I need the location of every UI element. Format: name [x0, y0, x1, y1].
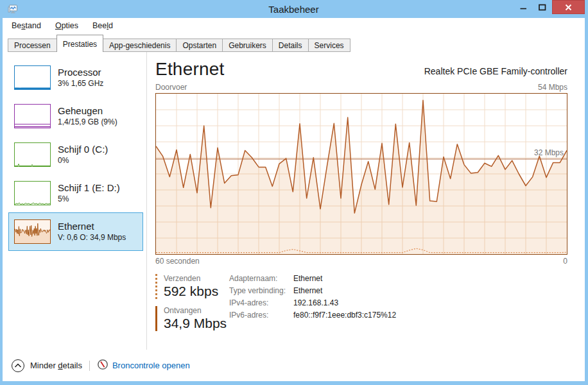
sidebar-item-subtitle: 3% 1,65 GHz: [58, 79, 103, 89]
geheugen-thumbnail-chart: [14, 104, 51, 128]
sidebar-item-geheugen[interactable]: Geheugen 1,4/15,9 GB (9%): [8, 97, 143, 135]
footer-separator: [89, 361, 90, 371]
task-manager-window: Taakbeheer Bestand Opties Be: [0, 0, 588, 385]
chart-midline-label: 32 Mbps: [534, 148, 564, 157]
tab-services[interactable]: Services: [308, 38, 350, 52]
maximize-icon: [539, 4, 546, 11]
resource-monitor-icon: [97, 359, 108, 373]
page-title: Ethernet: [155, 60, 224, 80]
sidebar-item-title: Ethernet: [58, 221, 126, 233]
footer-bar: Minder details Broncontrole openen: [3, 350, 585, 381]
sidebar-item-title: Schijf 0 (C:): [58, 144, 108, 156]
verzenden-value: 592 kbps: [164, 284, 229, 299]
ontvangen-value: 34,9 Mbps: [164, 316, 229, 331]
broncontrole-link[interactable]: Broncontrole openen: [97, 359, 190, 373]
sidebar-item-subtitle: 0%: [58, 156, 108, 166]
minimize-button[interactable]: [514, 0, 533, 14]
titlebar: Taakbeheer: [3, 0, 585, 18]
ethernet-thumbnail-chart: [14, 219, 51, 244]
sidebar-item-subtitle: 5%: [58, 194, 120, 205]
chart-max-label: 54 Mbps: [538, 83, 567, 92]
sidebar-item-title: Schijf 1 (E: D:): [58, 182, 120, 194]
maximize-button[interactable]: [533, 0, 552, 14]
tab-opstarten[interactable]: Opstarten: [176, 38, 223, 52]
minder-details-button[interactable]: Minder details: [12, 359, 82, 372]
menu-beeld[interactable]: Beeld: [92, 21, 113, 30]
window-title: Taakbeheer: [268, 4, 318, 15]
schijf1-thumbnail-chart: [14, 181, 51, 205]
body: Processor 3% 1,65 GHz Geheugen 1,4/15,9 …: [3, 52, 585, 350]
processor-thumbnail-chart: [14, 65, 51, 90]
throughput-chart: 32 Mbps: [155, 93, 567, 255]
chart-metric-label: Doorvoer: [155, 83, 187, 92]
sidebar-item-title: Geheugen: [58, 105, 117, 117]
performance-sidebar: Processor 3% 1,65 GHz Geheugen 1,4/15,9 …: [3, 52, 146, 350]
main-pane: Ethernet Realtek PCIe GBE Family-control…: [147, 52, 585, 350]
tab-app-geschiedenis[interactable]: App-geschiedenis: [103, 38, 177, 52]
adapter-name: Realtek PCIe GBE Family-controller: [424, 66, 567, 80]
minimize-icon: [520, 4, 527, 10]
menu-bestand[interactable]: Bestand: [12, 21, 41, 30]
adapter-details: Adapternaam: Ethernet Type verbinding: E…: [229, 274, 396, 338]
sidebar-item-processor[interactable]: Processor 3% 1,65 GHz: [8, 58, 143, 97]
menu-opties[interactable]: Opties: [55, 21, 78, 30]
app-icon: [8, 3, 19, 15]
chart-x-right-label: 0: [563, 257, 567, 266]
window-controls: [514, 0, 585, 14]
menu-bar: Bestand Opties Beeld: [3, 18, 585, 33]
tab-strip: Processen Prestaties App-geschiedenis Op…: [3, 33, 585, 52]
stat-ontvangen: Ontvangen 34,9 Mbps: [155, 306, 229, 331]
tab-gebruikers[interactable]: Gebruikers: [222, 38, 273, 52]
tab-processen[interactable]: Processen: [8, 38, 57, 52]
sidebar-item-ethernet[interactable]: Ethernet V: 0,6 O: 34,9 Mbps: [8, 212, 143, 251]
tab-details[interactable]: Details: [272, 38, 309, 52]
close-icon: [565, 4, 572, 11]
close-button[interactable]: [552, 0, 585, 14]
sidebar-item-schijf0[interactable]: Schijf 0 (C:) 0%: [8, 135, 143, 174]
tab-prestaties[interactable]: Prestaties: [56, 35, 103, 52]
sidebar-item-subtitle: V: 0,6 O: 34,9 Mbps: [58, 233, 126, 243]
schijf0-thumbnail-chart: [14, 142, 51, 167]
sidebar-item-schijf1[interactable]: Schijf 1 (E: D:) 5%: [8, 174, 143, 212]
chart-x-left-label: 60 seconden: [155, 257, 200, 266]
stat-verzenden: Verzenden 592 kbps: [155, 274, 229, 299]
sidebar-item-title: Processor: [58, 67, 103, 79]
chevron-up-icon: [12, 359, 24, 372]
sidebar-item-subtitle: 1,4/15,9 GB (9%): [58, 117, 117, 128]
